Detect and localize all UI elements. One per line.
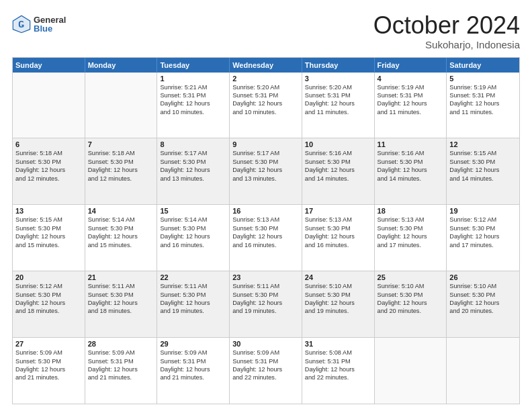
- day-info: Sunrise: 5:18 AM Sunset: 5:30 PM Dayligh…: [15, 150, 65, 181]
- day-info: Sunrise: 5:16 AM Sunset: 5:30 PM Dayligh…: [305, 150, 355, 181]
- page: General Blue October 2024 Sukoharjo, Ind…: [0, 0, 532, 411]
- day-number: 28: [88, 340, 154, 348]
- weekday-header: Saturday: [447, 58, 519, 73]
- calendar-cell: 4Sunrise: 5:19 AM Sunset: 5:31 PM Daylig…: [375, 73, 447, 138]
- day-info: Sunrise: 5:19 AM Sunset: 5:31 PM Dayligh…: [449, 84, 499, 116]
- day-number: 5: [449, 75, 517, 83]
- weekday-header: Sunday: [13, 58, 85, 73]
- day-number: 17: [305, 207, 371, 215]
- day-number: 21: [88, 273, 154, 281]
- day-number: 6: [15, 140, 82, 148]
- day-info: Sunrise: 5:09 AM Sunset: 5:31 PM Dayligh…: [232, 349, 282, 381]
- calendar-cell: 11Sunrise: 5:16 AM Sunset: 5:30 PM Dayli…: [375, 138, 447, 204]
- day-info: Sunrise: 5:20 AM Sunset: 5:31 PM Dayligh…: [232, 84, 282, 116]
- calendar-cell: 14Sunrise: 5:14 AM Sunset: 5:30 PM Dayli…: [85, 205, 158, 271]
- day-number: 3: [305, 75, 371, 83]
- day-number: 7: [88, 140, 154, 148]
- calendar-header: SundayMondayTuesdayWednesdayThursdayFrid…: [13, 58, 519, 73]
- calendar-cell: 25Sunrise: 5:10 AM Sunset: 5:30 PM Dayli…: [375, 271, 447, 337]
- day-number: 9: [232, 140, 299, 148]
- day-number: 23: [232, 273, 299, 281]
- day-info: Sunrise: 5:15 AM Sunset: 5:30 PM Dayligh…: [15, 216, 65, 248]
- calendar-cell: 9Sunrise: 5:17 AM Sunset: 5:30 PM Daylig…: [230, 138, 302, 204]
- calendar-cell: 27Sunrise: 5:09 AM Sunset: 5:30 PM Dayli…: [13, 338, 85, 404]
- logo: General Blue: [12, 15, 66, 34]
- calendar-row: 1Sunrise: 5:21 AM Sunset: 5:31 PM Daylig…: [13, 73, 519, 138]
- day-number: 19: [449, 207, 517, 215]
- weekday-header: Friday: [375, 58, 447, 73]
- calendar-cell: [375, 338, 447, 404]
- day-number: 16: [232, 207, 299, 215]
- day-info: Sunrise: 5:17 AM Sunset: 5:30 PM Dayligh…: [232, 150, 282, 181]
- day-info: Sunrise: 5:08 AM Sunset: 5:31 PM Dayligh…: [305, 349, 355, 381]
- logo-text: General Blue: [34, 15, 66, 33]
- day-info: Sunrise: 5:11 AM Sunset: 5:30 PM Dayligh…: [232, 283, 282, 314]
- day-number: 11: [378, 140, 444, 148]
- day-info: Sunrise: 5:14 AM Sunset: 5:30 PM Dayligh…: [160, 216, 210, 248]
- day-number: 20: [15, 273, 82, 281]
- day-number: 13: [15, 207, 82, 215]
- day-info: Sunrise: 5:15 AM Sunset: 5:30 PM Dayligh…: [449, 150, 499, 181]
- calendar-cell: 3Sunrise: 5:20 AM Sunset: 5:31 PM Daylig…: [302, 73, 375, 138]
- calendar-cell: 31Sunrise: 5:08 AM Sunset: 5:31 PM Dayli…: [302, 338, 375, 404]
- day-number: 18: [378, 207, 444, 215]
- day-info: Sunrise: 5:14 AM Sunset: 5:30 PM Dayligh…: [88, 216, 138, 248]
- logo-icon: [12, 15, 31, 34]
- day-number: 10: [305, 140, 371, 148]
- day-info: Sunrise: 5:20 AM Sunset: 5:31 PM Dayligh…: [305, 84, 355, 116]
- weekday-header: Wednesday: [230, 58, 302, 73]
- calendar-cell: [85, 73, 158, 138]
- day-number: 15: [160, 207, 226, 215]
- day-number: 24: [305, 273, 371, 281]
- calendar-cell: 10Sunrise: 5:16 AM Sunset: 5:30 PM Dayli…: [302, 138, 375, 204]
- header: General Blue October 2024 Sukoharjo, Ind…: [12, 12, 520, 50]
- calendar-cell: 5Sunrise: 5:19 AM Sunset: 5:31 PM Daylig…: [447, 73, 519, 138]
- day-number: 31: [305, 340, 371, 348]
- calendar-cell: 23Sunrise: 5:11 AM Sunset: 5:30 PM Dayli…: [230, 271, 302, 337]
- calendar-cell: 17Sunrise: 5:13 AM Sunset: 5:30 PM Dayli…: [302, 205, 375, 271]
- calendar-cell: 28Sunrise: 5:09 AM Sunset: 5:31 PM Dayli…: [85, 338, 158, 404]
- day-number: 8: [160, 140, 226, 148]
- day-number: 27: [15, 340, 82, 348]
- day-info: Sunrise: 5:10 AM Sunset: 5:30 PM Dayligh…: [378, 283, 427, 314]
- day-number: 4: [378, 75, 444, 83]
- day-info: Sunrise: 5:17 AM Sunset: 5:30 PM Dayligh…: [160, 150, 210, 181]
- day-number: 12: [449, 140, 517, 148]
- logo-blue-text: Blue: [34, 24, 66, 33]
- calendar-cell: 6Sunrise: 5:18 AM Sunset: 5:30 PM Daylig…: [13, 138, 85, 204]
- day-info: Sunrise: 5:13 AM Sunset: 5:30 PM Dayligh…: [305, 216, 355, 248]
- day-number: 29: [160, 340, 226, 348]
- month-title: October 2024: [373, 12, 520, 39]
- calendar-row: 6Sunrise: 5:18 AM Sunset: 5:30 PM Daylig…: [13, 138, 519, 204]
- weekday-header: Tuesday: [157, 58, 230, 73]
- day-number: 30: [232, 340, 299, 348]
- day-info: Sunrise: 5:18 AM Sunset: 5:30 PM Dayligh…: [88, 150, 138, 181]
- calendar-cell: 13Sunrise: 5:15 AM Sunset: 5:30 PM Dayli…: [13, 205, 85, 271]
- day-info: Sunrise: 5:09 AM Sunset: 5:31 PM Dayligh…: [88, 349, 138, 381]
- weekday-header: Monday: [85, 58, 158, 73]
- calendar: SundayMondayTuesdayWednesdayThursdayFrid…: [12, 57, 520, 404]
- day-number: 25: [378, 273, 444, 281]
- day-number: 14: [88, 207, 154, 215]
- calendar-row: 27Sunrise: 5:09 AM Sunset: 5:30 PM Dayli…: [13, 337, 519, 404]
- day-info: Sunrise: 5:11 AM Sunset: 5:30 PM Dayligh…: [160, 283, 210, 314]
- calendar-cell: 29Sunrise: 5:09 AM Sunset: 5:31 PM Dayli…: [157, 338, 230, 404]
- day-info: Sunrise: 5:19 AM Sunset: 5:31 PM Dayligh…: [378, 84, 427, 116]
- calendar-cell: [447, 338, 519, 404]
- calendar-cell: 19Sunrise: 5:12 AM Sunset: 5:30 PM Dayli…: [447, 205, 519, 271]
- calendar-cell: 22Sunrise: 5:11 AM Sunset: 5:30 PM Dayli…: [157, 271, 230, 337]
- calendar-row: 13Sunrise: 5:15 AM Sunset: 5:30 PM Dayli…: [13, 204, 519, 271]
- calendar-cell: 18Sunrise: 5:13 AM Sunset: 5:30 PM Dayli…: [375, 205, 447, 271]
- day-info: Sunrise: 5:09 AM Sunset: 5:30 PM Dayligh…: [15, 349, 65, 381]
- calendar-cell: 16Sunrise: 5:13 AM Sunset: 5:30 PM Dayli…: [230, 205, 302, 271]
- day-info: Sunrise: 5:13 AM Sunset: 5:30 PM Dayligh…: [232, 216, 282, 248]
- calendar-cell: 2Sunrise: 5:20 AM Sunset: 5:31 PM Daylig…: [230, 73, 302, 138]
- calendar-cell: 15Sunrise: 5:14 AM Sunset: 5:30 PM Dayli…: [157, 205, 230, 271]
- weekday-header: Thursday: [302, 58, 375, 73]
- calendar-cell: [13, 73, 85, 138]
- day-info: Sunrise: 5:16 AM Sunset: 5:30 PM Dayligh…: [378, 150, 427, 181]
- day-info: Sunrise: 5:13 AM Sunset: 5:30 PM Dayligh…: [378, 216, 427, 248]
- calendar-body: 1Sunrise: 5:21 AM Sunset: 5:31 PM Daylig…: [13, 73, 519, 404]
- subtitle: Sukoharjo, Indonesia: [373, 39, 520, 50]
- calendar-cell: 1Sunrise: 5:21 AM Sunset: 5:31 PM Daylig…: [157, 73, 230, 138]
